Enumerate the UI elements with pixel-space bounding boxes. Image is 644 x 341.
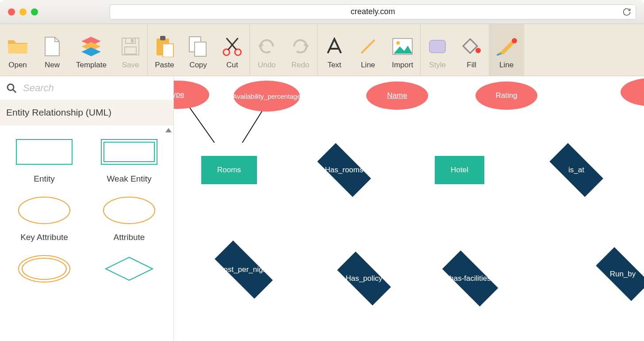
import-button[interactable]: Import [385,24,420,76]
scissors-icon [222,36,242,57]
svg-line-11 [361,40,375,53]
palette-item-attribute[interactable]: Attribute [88,194,170,242]
cut-label: Cut [226,61,238,70]
palette-item-partial-2[interactable] [88,253,170,285]
fill-label: Fill [467,61,476,70]
svg-rect-6 [163,44,173,57]
svg-point-25 [22,258,66,279]
main-toolbar: Open New Template Save Paste [0,24,644,76]
diagram-canvas[interactable]: ype Availability_percentage Name Rating … [174,76,644,341]
line-insert-button[interactable]: Line [351,24,385,76]
redo-label: Redo [291,61,310,70]
relationship-has-policy[interactable]: Has_policy [329,260,399,297]
text-tool-button[interactable]: Text [318,24,351,76]
svg-point-15 [475,48,481,53]
line-tool-button[interactable]: Line [489,24,524,76]
relationship-run-by[interactable]: Run_by [587,256,644,293]
svg-rect-8 [195,42,206,56]
palette-item-label: Entity [34,174,55,184]
attribute-st[interactable]: St [621,78,644,106]
paste-label: Paste [155,61,174,70]
address-bar-url: creately.com [351,7,395,16]
redo-button[interactable]: Redo [284,24,317,76]
palette-item-key-attribute[interactable]: Key Attribute [4,194,85,242]
paint-bucket-icon [461,36,482,57]
search-icon[interactable] [6,83,17,93]
open-button[interactable]: Open [0,24,35,76]
entity-hotel[interactable]: Hotel [435,156,484,184]
svg-point-24 [19,256,70,282]
save-button[interactable]: Save [114,24,147,76]
svg-point-17 [8,84,14,90]
svg-rect-14 [429,40,445,53]
palette-scroll[interactable]: Entity Weak Entity Key Attribute Attribu… [0,125,173,341]
text-icon [325,36,344,57]
search-row [0,76,173,100]
palette-item-label: Attribute [114,232,145,242]
relationship-has-rooms[interactable]: Has_rooms [309,151,380,189]
save-icon [121,36,140,57]
undo-icon [257,36,276,57]
redo-icon [291,36,310,57]
open-label: Open [8,61,27,70]
import-label: Import [392,61,413,70]
address-bar[interactable]: creately.com [110,4,636,19]
svg-point-9 [223,49,230,55]
close-window-button[interactable] [8,8,15,16]
svg-rect-1 [126,38,135,43]
fill-button[interactable]: Fill [454,24,489,76]
relationship-cost-per-night[interactable]: Cost_per_night [204,251,284,288]
palette-item-label: Weak Entity [107,174,151,184]
svg-rect-20 [101,140,157,164]
palette-section-header[interactable]: Entity Relationship (UML) [0,100,173,125]
template-button[interactable]: Template [69,24,114,76]
relationship-has-facilities[interactable]: has-facilities [433,260,508,297]
window-controls [8,8,38,16]
undo-button[interactable]: Undo [250,24,284,76]
new-label: New [45,61,60,70]
scroll-up-icon[interactable] [165,128,172,132]
palette-item-partial[interactable] [4,253,85,285]
svg-point-13 [396,41,400,45]
line-tool-label: Line [499,61,514,70]
shape-sidebar: Entity Relationship (UML) Entity Weak En… [0,76,174,341]
svg-line-18 [13,89,16,93]
folder-icon [7,36,28,57]
entity-rooms[interactable]: Rooms [201,156,257,184]
line-icon [359,36,377,57]
layers-icon [80,36,102,57]
search-input[interactable] [23,82,167,94]
cut-button[interactable]: Cut [215,24,249,76]
attribute-availability[interactable]: Availability_percentage [234,81,300,112]
style-label: Style [429,61,446,70]
document-icon [43,36,61,57]
style-button[interactable]: Style [421,24,454,76]
palette-item-label: Key Attribute [20,232,68,242]
palette-item-entity[interactable]: Entity [4,136,85,184]
svg-line-26 [186,103,227,143]
paste-button[interactable]: Paste [148,24,181,76]
palette-item-weak-entity[interactable]: Weak Entity [88,136,170,184]
svg-rect-19 [16,140,72,164]
svg-rect-3 [125,47,136,54]
copy-icon [188,36,208,57]
attribute-rating[interactable]: Rating [475,81,537,110]
pencil-icon [496,36,517,57]
svg-point-10 [235,49,241,55]
new-button[interactable]: New [35,24,69,76]
browser-chrome: creately.com [0,0,644,24]
minimize-window-button[interactable] [19,8,27,16]
svg-point-22 [19,197,70,224]
undo-label: Undo [258,61,276,70]
svg-point-16 [512,38,517,43]
clipboard-icon [155,36,174,57]
image-icon [392,36,413,57]
copy-button[interactable]: Copy [181,24,215,76]
relationship-is-at[interactable]: is_at [541,151,612,189]
maximize-window-button[interactable] [31,8,38,16]
attribute-name[interactable]: Name [366,81,428,110]
svg-rect-21 [104,142,154,162]
reload-icon[interactable] [622,8,631,16]
style-icon [428,36,447,57]
copy-label: Copy [189,61,207,70]
